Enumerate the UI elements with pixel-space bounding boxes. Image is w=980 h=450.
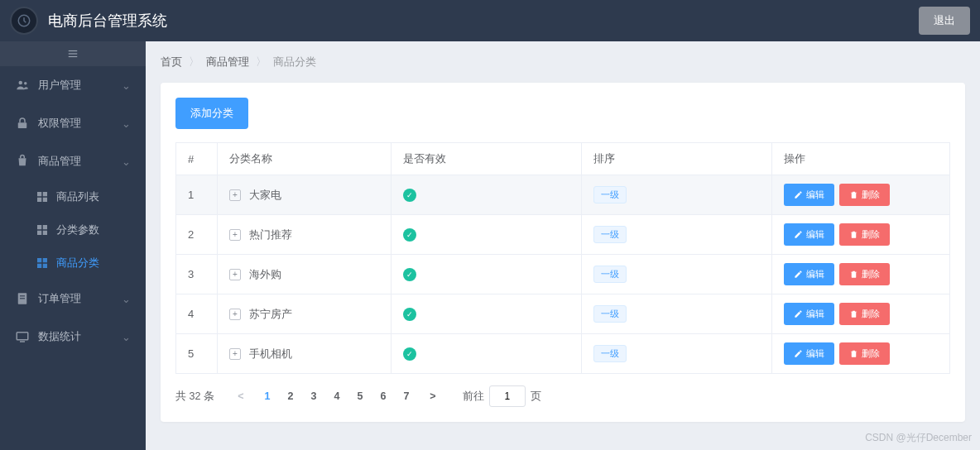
table-row[interactable]: 3+海外购✓一级编辑删除 xyxy=(176,255,950,294)
order-icon xyxy=(15,291,30,306)
edit-button[interactable]: 编辑 xyxy=(784,303,834,325)
cell-name: +热门推荐 xyxy=(218,215,392,255)
table-row[interactable]: 2+热门推荐✓一级编辑删除 xyxy=(176,215,950,255)
expand-icon[interactable]: + xyxy=(229,269,241,280)
sidebar-item-permissions[interactable]: 权限管理 ⌄ xyxy=(0,104,146,142)
pagination: 共 32 条 < 1234567 > 前往 页 xyxy=(175,385,950,407)
delete-button[interactable]: 删除 xyxy=(839,342,890,365)
sidebar-item-orders[interactable]: 订单管理 ⌄ xyxy=(0,280,146,318)
table-header-index: # xyxy=(176,143,218,175)
app-title: 电商后台管理系统 xyxy=(48,11,167,31)
sidebar-item-goods-list[interactable]: 商品列表 xyxy=(0,180,146,213)
sidebar-item-label: 商品管理 xyxy=(38,154,81,169)
breadcrumb-item[interactable]: 商品管理 xyxy=(206,55,249,69)
lock-icon xyxy=(15,116,30,131)
sidebar-item-goods-category[interactable]: 商品分类 xyxy=(0,247,146,280)
cell-name: +海外购 xyxy=(218,255,392,294)
check-icon: ✓ xyxy=(403,347,416,361)
pagination-jump-input[interactable] xyxy=(489,385,526,407)
cell-ops: 编辑删除 xyxy=(772,294,950,334)
expand-icon[interactable]: + xyxy=(229,229,241,241)
breadcrumb-item[interactable]: 首页 xyxy=(161,55,182,69)
svg-rect-14 xyxy=(43,231,47,235)
add-category-button[interactable]: 添加分类 xyxy=(175,98,248,129)
pagination-page[interactable]: 2 xyxy=(279,385,302,407)
table-header-name: 分类名称 xyxy=(218,143,392,175)
cell-index: 5 xyxy=(176,334,218,374)
grid-icon xyxy=(35,256,50,270)
breadcrumb: 首页 〉 商品管理 〉 商品分类 xyxy=(161,55,965,69)
svg-rect-9 xyxy=(37,198,41,202)
svg-rect-2 xyxy=(69,53,78,54)
sidebar-item-category-params[interactable]: 分类参数 xyxy=(0,213,146,247)
cell-valid: ✓ xyxy=(392,255,582,294)
table-row[interactable]: 1+大家电✓一级编辑删除 xyxy=(176,175,950,215)
table-row[interactable]: 5+手机相机✓一级编辑删除 xyxy=(176,334,950,374)
delete-button[interactable]: 删除 xyxy=(839,184,890,206)
pagination-total: 共 32 条 xyxy=(175,390,214,404)
svg-rect-22 xyxy=(17,333,28,340)
cell-level: 一级 xyxy=(582,255,772,294)
cell-name: +苏宁房产 xyxy=(218,294,392,334)
edit-button[interactable]: 编辑 xyxy=(784,342,834,365)
cell-name: +大家电 xyxy=(218,175,392,215)
sidebar-collapse-toggle[interactable] xyxy=(0,41,146,66)
svg-rect-11 xyxy=(37,225,41,229)
cell-name: +手机相机 xyxy=(218,334,392,374)
sidebar-item-label: 分类参数 xyxy=(56,223,99,237)
logout-button[interactable]: 退出 xyxy=(919,7,970,35)
level-tag: 一级 xyxy=(593,305,627,323)
delete-button[interactable]: 删除 xyxy=(839,223,890,246)
table-row[interactable]: 4+苏宁房产✓一级编辑删除 xyxy=(176,294,950,334)
cell-index: 2 xyxy=(176,215,218,255)
sidebar-item-users[interactable]: 用户管理 ⌄ xyxy=(0,66,146,104)
expand-icon[interactable]: + xyxy=(229,189,241,201)
cell-valid: ✓ xyxy=(392,175,582,215)
pagination-page[interactable]: 5 xyxy=(348,385,372,407)
svg-rect-20 xyxy=(20,295,25,296)
check-icon: ✓ xyxy=(403,189,416,202)
cell-level: 一级 xyxy=(582,334,772,374)
edit-button[interactable]: 编辑 xyxy=(784,223,834,246)
svg-rect-12 xyxy=(43,225,47,229)
breadcrumb-separator: 〉 xyxy=(256,55,267,69)
pagination-page[interactable]: 3 xyxy=(302,385,325,407)
svg-rect-16 xyxy=(43,258,47,262)
pagination-prev[interactable]: < xyxy=(229,385,252,407)
delete-button[interactable]: 删除 xyxy=(839,263,890,285)
pagination-jump-prefix: 前往 xyxy=(463,390,484,404)
goods-icon xyxy=(15,154,30,169)
sidebar-item-label: 数据统计 xyxy=(38,329,81,344)
pagination-page[interactable]: 7 xyxy=(395,385,418,407)
sidebar-item-goods[interactable]: 商品管理 ⌄ xyxy=(0,142,146,180)
svg-rect-15 xyxy=(37,258,41,262)
level-tag: 一级 xyxy=(593,345,627,362)
svg-rect-21 xyxy=(20,298,25,299)
table-header-sort: 排序 xyxy=(582,143,772,175)
sidebar-item-stats[interactable]: 数据统计 ⌄ xyxy=(0,318,146,356)
svg-rect-10 xyxy=(43,198,47,202)
svg-rect-18 xyxy=(43,264,47,268)
pagination-page[interactable]: 1 xyxy=(256,385,279,407)
stats-icon xyxy=(15,329,30,344)
expand-icon[interactable]: + xyxy=(229,309,241,320)
svg-point-4 xyxy=(19,81,23,85)
cell-index: 3 xyxy=(176,255,218,294)
cell-ops: 编辑删除 xyxy=(772,215,950,255)
svg-point-5 xyxy=(24,82,26,84)
delete-button[interactable]: 删除 xyxy=(839,303,890,325)
pagination-next[interactable]: > xyxy=(421,385,444,407)
cell-level: 一级 xyxy=(582,294,772,334)
svg-rect-1 xyxy=(69,50,78,51)
category-table: # 分类名称 是否有效 排序 操作 1+大家电✓一级编辑删除2+热门推荐✓一级编… xyxy=(175,142,950,374)
pagination-page[interactable]: 6 xyxy=(372,385,395,407)
edit-button[interactable]: 编辑 xyxy=(784,184,834,206)
edit-button[interactable]: 编辑 xyxy=(784,263,834,285)
expand-icon[interactable]: + xyxy=(229,348,241,360)
pagination-page[interactable]: 4 xyxy=(325,385,348,407)
sidebar-submenu-goods: 商品列表 分类参数 商品分类 xyxy=(0,180,146,280)
check-icon: ✓ xyxy=(403,228,416,242)
sidebar-item-label: 订单管理 xyxy=(38,291,81,306)
sidebar-item-label: 商品列表 xyxy=(56,190,99,204)
level-tag: 一级 xyxy=(593,266,627,283)
